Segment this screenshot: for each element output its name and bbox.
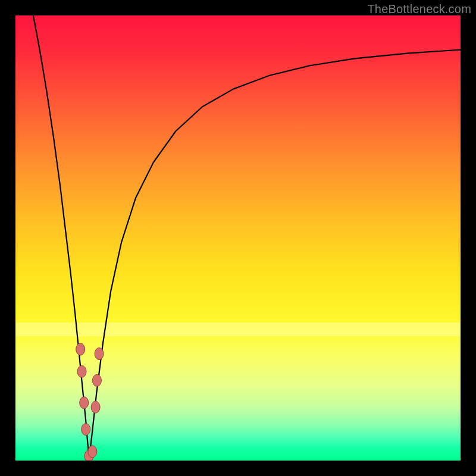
data-marker-5	[88, 446, 97, 458]
curve-left-branch	[33, 15, 89, 461]
plot-area	[15, 15, 461, 461]
data-marker-7	[92, 374, 101, 386]
curve-layer	[15, 15, 461, 461]
watermark-text: TheBottleneck.com	[367, 2, 471, 16]
data-marker-8	[95, 348, 104, 360]
data-marker-3	[82, 424, 90, 436]
data-marker-2	[80, 397, 89, 409]
chart-frame: TheBottleneck.com	[0, 0, 476, 476]
data-marker-6	[91, 401, 100, 413]
data-marker-1	[77, 365, 86, 377]
data-marker-0	[76, 343, 85, 355]
curve-right-branch	[89, 50, 461, 461]
